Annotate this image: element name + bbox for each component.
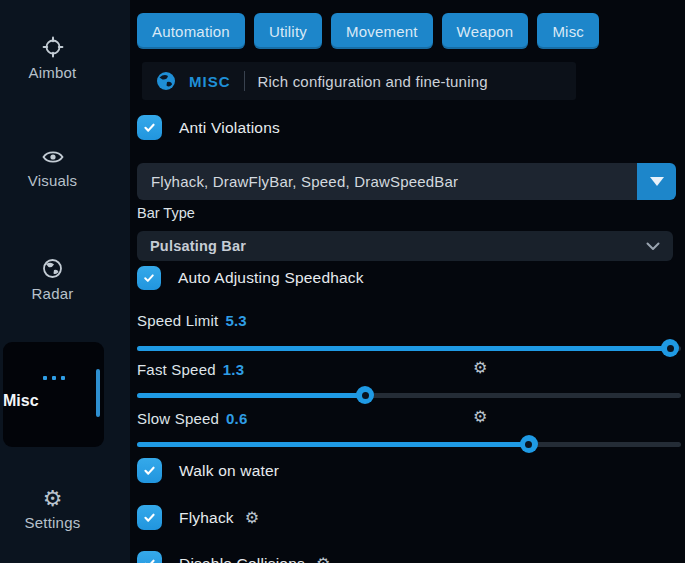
checkbox-label: Auto Adjusting Speedhack [178,269,364,287]
sidebar-item-settings[interactable]: ⚙ Settings [0,488,105,532]
sidebar-item-label: Misc [3,392,104,410]
gear-icon[interactable]: ⚙ [245,510,259,526]
slow-speed-label-row: Slow Speed0.6 ⚙ [137,410,248,427]
divider [244,71,245,91]
flyhack-row: Flyhack ⚙ [137,505,259,530]
tab-bar: Automation Utility Movement Weapon Misc [137,13,599,49]
checkbox-label: Flyhack [179,509,234,527]
bars-multiselect[interactable]: Flyhack, DrawFlyBar, Speed, DrawSpeedBar [137,163,676,200]
slider-label: Speed Limit [137,312,218,329]
active-accent-bar [96,369,100,417]
speed-limit-slider[interactable] [137,339,681,357]
slider-fill [137,442,529,447]
main-content: Automation Utility Movement Weapon Misc … [137,0,681,563]
sidebar-item-visuals[interactable]: Visuals [0,148,105,190]
slider-handle[interactable] [356,386,374,404]
section-title: MISC [189,73,231,90]
sidebar-item-label: Visuals [28,172,77,189]
checkmark-icon [142,463,157,478]
globe-icon [156,71,176,91]
anti-violations-checkbox[interactable] [137,115,162,140]
dropdown-open-button[interactable] [637,163,676,200]
gear-icon: ⚙ [0,488,105,510]
checkbox-label: Walk on water [179,462,279,480]
slider-label: Slow Speed [137,410,219,427]
walk-on-water-row: Walk on water [137,458,279,483]
flyhack-checkbox[interactable] [137,505,162,530]
slider-handle[interactable] [661,339,679,357]
slider-track[interactable] [137,393,681,398]
crosshair-icon [42,36,64,58]
slider-fill [137,346,670,351]
checkmark-icon [142,120,157,135]
sidebar-item-label: Settings [25,514,81,531]
slider-value: 5.3 [225,312,246,329]
sidebar-item-label: Radar [32,285,74,302]
bar-type-select[interactable]: Pulsating Bar [137,231,673,261]
auto-adjusting-speedhack-row: Auto Adjusting Speedhack [137,266,364,290]
slider-track[interactable] [137,442,681,447]
section-description: Rich configuration and fine-tuning [258,73,488,90]
disable-collisions-checkbox[interactable] [137,551,162,563]
speed-limit-label-row: Speed Limit5.3 [137,312,247,329]
slider-value: 0.6 [226,410,247,427]
sidebar: Aimbot Visuals Radar Misc ⚙ Settings [0,0,130,563]
chevron-down-icon [646,242,660,251]
checkmark-icon [142,556,157,563]
gear-icon[interactable]: ⚙ [473,360,488,376]
slider-label: Fast Speed [137,361,216,378]
sidebar-item-misc-active[interactable]: Misc [3,342,104,447]
triangle-down-icon [650,177,664,186]
checkbox-label: Anti Violations [179,119,280,137]
bar-type-label: Bar Type [137,205,195,221]
section-header: MISC Rich configuration and fine-tuning [142,62,576,100]
slider-fill [137,393,365,398]
tab-weapon[interactable]: Weapon [442,13,529,49]
checkmark-icon [142,510,157,525]
bar-type-select-value: Pulsating Bar [150,238,246,254]
tab-automation[interactable]: Automation [137,13,245,49]
gear-icon[interactable]: ⚙ [473,409,488,425]
slider-handle[interactable] [520,435,538,453]
fast-speed-slider[interactable] [137,386,681,404]
bars-multiselect-value: Flyhack, DrawFlyBar, Speed, DrawSpeedBar [137,163,637,200]
walk-on-water-checkbox[interactable] [137,458,162,483]
auto-adjusting-speedhack-checkbox[interactable] [137,266,161,290]
globe-icon [42,258,63,279]
slider-track[interactable] [137,346,681,351]
tab-misc[interactable]: Misc [537,13,599,49]
checkmark-icon [142,271,156,285]
slow-speed-slider[interactable] [137,435,681,453]
checkbox-label: Disable Collisions [179,555,305,563]
slider-value: 1.3 [223,361,244,378]
anti-violations-row: Anti Violations [137,115,280,140]
eye-icon [42,148,64,166]
fast-speed-label-row: Fast Speed1.3 ⚙ [137,361,244,378]
gear-icon[interactable]: ⚙ [316,556,330,563]
disable-collisions-row: Disable Collisions ⚙ [137,551,330,563]
sidebar-item-label: Aimbot [29,64,77,81]
sidebar-item-radar[interactable]: Radar [0,258,105,303]
sidebar-item-aimbot[interactable]: Aimbot [0,36,105,82]
tab-utility[interactable]: Utility [254,13,322,49]
tab-movement[interactable]: Movement [331,13,433,49]
dots-icon [3,376,104,380]
cheat-menu-window: Aimbot Visuals Radar Misc ⚙ Settings [0,0,685,563]
